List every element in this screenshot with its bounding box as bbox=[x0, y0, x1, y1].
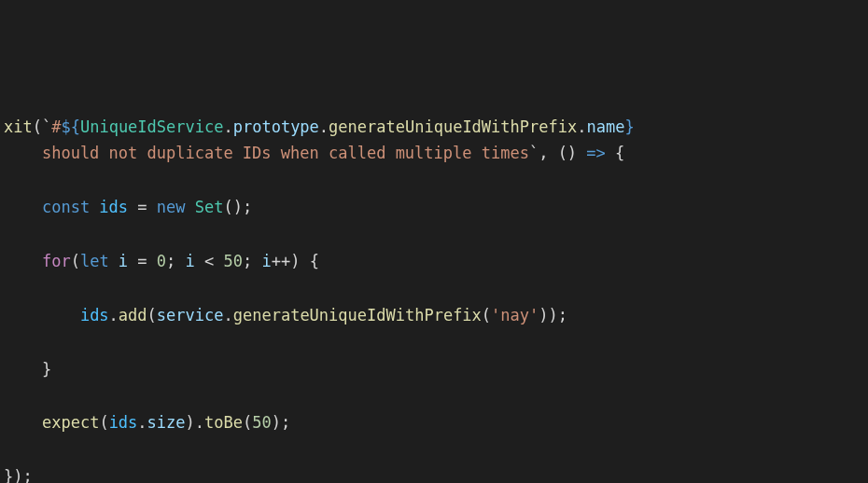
method-add: add bbox=[119, 306, 147, 324]
punctuation: ); bbox=[272, 413, 290, 432]
punctuation: . bbox=[319, 117, 329, 136]
code-line: ids.add(service.generateUniqueIdWithPref… bbox=[4, 302, 868, 329]
code-line: xit(`#${UniqueIdService.prototype.genera… bbox=[4, 114, 868, 168]
variable-ids: ids bbox=[109, 413, 138, 432]
variable-ids: ids bbox=[99, 198, 128, 216]
variable-i: i bbox=[186, 252, 195, 270]
punctuation: . bbox=[137, 413, 147, 432]
method-generate: generateUniqueIdWithPrefix bbox=[233, 306, 482, 324]
template-close: } bbox=[624, 117, 634, 136]
punctuation: (` bbox=[33, 117, 51, 136]
template-open: ${ bbox=[61, 117, 79, 136]
number-literal: 0 bbox=[157, 252, 166, 270]
block-close: }); bbox=[4, 467, 33, 483]
punctuation: ( bbox=[99, 413, 108, 432]
variable-ids: ids bbox=[80, 306, 109, 324]
function-call: xit bbox=[4, 117, 33, 136]
indent bbox=[4, 413, 42, 432]
number-literal: 50 bbox=[224, 252, 243, 270]
method-name: generateUniqueIdWithPrefix bbox=[329, 117, 577, 136]
method-tobe: toBe bbox=[204, 413, 243, 432]
code-line: } bbox=[4, 356, 868, 383]
string-literal: should not duplicate IDs when called mul… bbox=[4, 144, 529, 162]
punctuation: ( bbox=[243, 413, 252, 432]
string-literal: # bbox=[51, 117, 61, 136]
punctuation: { bbox=[606, 144, 624, 162]
operator: < bbox=[195, 252, 224, 270]
code-line: }); bbox=[4, 463, 868, 483]
variable-i: i bbox=[119, 252, 128, 270]
keyword-let: let bbox=[80, 252, 119, 270]
string-literal: 'nay' bbox=[491, 306, 539, 324]
number-literal: 50 bbox=[252, 413, 271, 432]
punctuation: ( bbox=[482, 306, 491, 324]
class-name: UniqueIdService bbox=[80, 117, 224, 136]
indent bbox=[4, 306, 80, 324]
keyword-new: new bbox=[157, 198, 195, 216]
property-size: size bbox=[147, 413, 186, 432]
property: name bbox=[586, 117, 624, 136]
keyword-const: const bbox=[4, 198, 99, 216]
variable-i: i bbox=[262, 252, 272, 270]
punctuation: . bbox=[223, 117, 232, 136]
punctuation: . bbox=[223, 306, 232, 324]
punctuation: `, () bbox=[529, 144, 586, 162]
operator: = bbox=[128, 252, 157, 270]
punctuation: ; bbox=[166, 252, 185, 270]
punctuation: ( bbox=[71, 252, 80, 270]
variable-service: service bbox=[157, 306, 224, 324]
punctuation: ). bbox=[186, 413, 204, 432]
code-line: for(let i = 0; i < 50; i++) { bbox=[4, 248, 868, 275]
punctuation: ; bbox=[243, 252, 261, 270]
class-set: Set bbox=[195, 198, 224, 216]
punctuation: ( bbox=[147, 306, 157, 324]
code-editor[interactable]: xit(`#${UniqueIdService.prototype.genera… bbox=[4, 114, 868, 483]
arrow: => bbox=[586, 144, 605, 162]
function-expect: expect bbox=[42, 413, 99, 432]
punctuation: (); bbox=[223, 198, 252, 216]
operator: = bbox=[128, 198, 157, 216]
punctuation: . bbox=[577, 117, 586, 136]
brace-close: } bbox=[4, 360, 51, 379]
punctuation: . bbox=[109, 306, 119, 324]
property: prototype bbox=[233, 117, 319, 136]
punctuation: ++) { bbox=[272, 252, 319, 270]
code-line: expect(ids.size).toBe(50); bbox=[4, 409, 868, 436]
code-line: const ids = new Set(); bbox=[4, 194, 868, 221]
punctuation: )); bbox=[539, 306, 567, 324]
keyword-for: for bbox=[4, 252, 71, 270]
